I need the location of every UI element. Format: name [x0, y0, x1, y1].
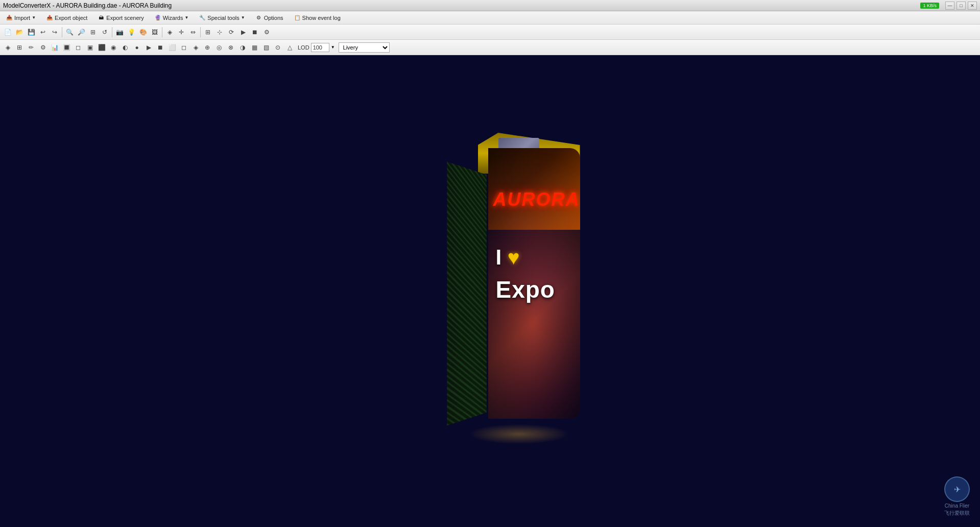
- wizards-icon: 🔮: [154, 14, 161, 21]
- chevron-pattern: [447, 162, 486, 426]
- view-btn-24[interactable]: ⊙: [272, 42, 283, 53]
- tb-play[interactable]: ▶: [237, 27, 249, 38]
- watermark-logo: ✈: [944, 476, 970, 502]
- lod-container: LOD ▼: [298, 43, 335, 52]
- viewport[interactable]: H AURORA I ♥ Expo ✈ China Flier 飞行爱联联: [0, 55, 980, 527]
- tb-zoom-out[interactable]: 🔎: [76, 27, 87, 38]
- view-btn-12[interactable]: ●: [131, 42, 142, 53]
- view-btn-25[interactable]: △: [284, 42, 295, 53]
- title-bar: ModelConverterX - AURORA Building.dae - …: [0, 0, 980, 11]
- tb-select[interactable]: ◈: [164, 27, 175, 38]
- tb-light[interactable]: 💡: [126, 27, 137, 38]
- building-side: [447, 162, 486, 426]
- menu-show-event-log-label: Show event log: [302, 15, 341, 21]
- bottom-glow: [468, 424, 570, 444]
- tb-stop[interactable]: ⏹: [249, 27, 260, 38]
- options-icon: ⚙: [255, 14, 262, 21]
- close-button[interactable]: ✕: [968, 2, 977, 10]
- main-toolbar: 📄 📂 💾 ↩ ↪ 🔍 🔎 ⊞ ↺ 📷 💡 🎨 🖼 ◈ ✛ ⇔ ⊞ ⊹ ⟳ ▶ …: [0, 25, 980, 40]
- tb-save[interactable]: 💾: [26, 27, 37, 38]
- watermark-line1: China Flier: [945, 503, 969, 509]
- heart-symbol: ♥: [508, 246, 520, 269]
- tb-material[interactable]: 🎨: [137, 27, 149, 38]
- minimize-button[interactable]: —: [945, 2, 954, 10]
- tb-move[interactable]: ✛: [176, 27, 187, 38]
- import-arrow: ▼: [32, 15, 36, 20]
- view-btn-10[interactable]: ◉: [108, 42, 119, 53]
- tb-rotate[interactable]: ↺: [99, 27, 110, 38]
- menu-special-tools[interactable]: 🔧 Special tools ▼: [194, 12, 249, 23]
- view-btn-23[interactable]: ▧: [260, 42, 272, 53]
- view-btn-4[interactable]: ⚙: [37, 42, 49, 53]
- view-btn-8[interactable]: ▣: [84, 42, 95, 53]
- view-btn-11[interactable]: ◐: [119, 42, 131, 53]
- tb-grid[interactable]: ⊞: [202, 27, 213, 38]
- menu-wizards[interactable]: 🔮 Wizards ▼: [150, 12, 194, 23]
- title-controls: 1 KB/s — □ ✕: [920, 2, 977, 10]
- menu-options[interactable]: ⚙ Options: [251, 12, 288, 23]
- tb-undo[interactable]: ↩: [37, 27, 49, 38]
- window-title: ModelConverterX - AURORA Building.dae - …: [3, 2, 172, 9]
- livery-dropdown[interactable]: Livery: [339, 42, 390, 53]
- view-btn-18[interactable]: ⊕: [202, 42, 213, 53]
- import-icon: 📥: [6, 14, 13, 21]
- building-main-face: AURORA I ♥ Expo: [488, 148, 580, 419]
- view-btn-3[interactable]: ✏: [26, 42, 37, 53]
- maximize-button[interactable]: □: [957, 2, 966, 10]
- tb-redo[interactable]: ↪: [49, 27, 60, 38]
- view-btn-21[interactable]: ◑: [237, 42, 248, 53]
- expo-content: I ♥ Expo: [488, 230, 580, 419]
- lod-label: LOD: [298, 44, 309, 51]
- view-btn-13[interactable]: ▶: [143, 42, 154, 53]
- menu-export-object[interactable]: 📤 Export object: [41, 12, 92, 23]
- menu-special-tools-label: Special tools: [207, 15, 239, 21]
- tb-reset[interactable]: ⟳: [226, 27, 237, 38]
- view-btn-2[interactable]: ⊞: [14, 42, 25, 53]
- view-btn-16[interactable]: ◻: [178, 42, 189, 53]
- sep1: [62, 27, 62, 37]
- i-love-text: I ♥: [496, 245, 520, 270]
- tb-texture[interactable]: 🖼: [149, 27, 160, 38]
- view-toolbar: ◈ ⊞ ✏ ⚙ 📊 🔳 ◻ ▣ ⬛ ◉ ◐ ● ▶ ⏹ ⬜ ◻ ◈ ⊕ ◎ ⊗ …: [0, 40, 980, 55]
- plane-icon: ✈: [954, 485, 961, 494]
- view-btn-17[interactable]: ◈: [190, 42, 201, 53]
- tb-snap[interactable]: ⊹: [214, 27, 225, 38]
- special-tools-icon: 🔧: [199, 14, 206, 21]
- lod-input[interactable]: [311, 43, 329, 52]
- view-btn-14[interactable]: ⏹: [155, 42, 166, 53]
- menu-export-object-label: Export object: [55, 15, 87, 21]
- network-speed: 1 KB/s: [920, 3, 939, 9]
- tb-fit[interactable]: ⊞: [87, 27, 99, 38]
- expo-text: Expo: [496, 276, 555, 303]
- view-btn-9[interactable]: ⬛: [96, 42, 107, 53]
- show-event-log-icon: 📋: [294, 14, 301, 21]
- tb-camera[interactable]: 📷: [114, 27, 125, 38]
- sep4: [200, 27, 201, 37]
- view-btn-22[interactable]: ▦: [249, 42, 260, 53]
- tb-zoom-in[interactable]: 🔍: [64, 27, 75, 38]
- menu-export-scenery-label: Export scenery: [106, 15, 144, 21]
- aurora-text: AURORA: [493, 189, 580, 210]
- watermark: ✈ China Flier 飞行爱联联: [944, 476, 970, 517]
- view-btn-15[interactable]: ⬜: [166, 42, 178, 53]
- view-btn-19[interactable]: ◎: [213, 42, 225, 53]
- tb-new[interactable]: 📄: [2, 27, 13, 38]
- menu-export-scenery[interactable]: 🏔 Export scenery: [93, 12, 148, 23]
- view-btn-1[interactable]: ◈: [2, 42, 13, 53]
- watermark-line2: 飞行爱联联: [944, 510, 970, 517]
- tb-open[interactable]: 📂: [14, 27, 25, 38]
- view-btn-5[interactable]: 📊: [49, 42, 60, 53]
- view-btn-7[interactable]: ◻: [73, 42, 84, 53]
- lod-dropdown-arrow[interactable]: ▼: [331, 45, 335, 50]
- menu-options-label: Options: [264, 15, 283, 21]
- menu-show-event-log[interactable]: 📋 Show event log: [289, 12, 345, 23]
- view-btn-20[interactable]: ⊗: [225, 42, 236, 53]
- export-object-icon: 📤: [46, 14, 53, 21]
- tb-settings[interactable]: ⚙: [261, 27, 272, 38]
- menu-import-label: Import: [14, 15, 30, 21]
- tb-scale[interactable]: ⇔: [187, 27, 199, 38]
- menu-import[interactable]: 📥 Import ▼: [1, 12, 40, 23]
- menu-wizards-label: Wizards: [163, 15, 183, 21]
- view-btn-6[interactable]: 🔳: [61, 42, 72, 53]
- building-3d: H AURORA I ♥ Expo: [447, 148, 590, 434]
